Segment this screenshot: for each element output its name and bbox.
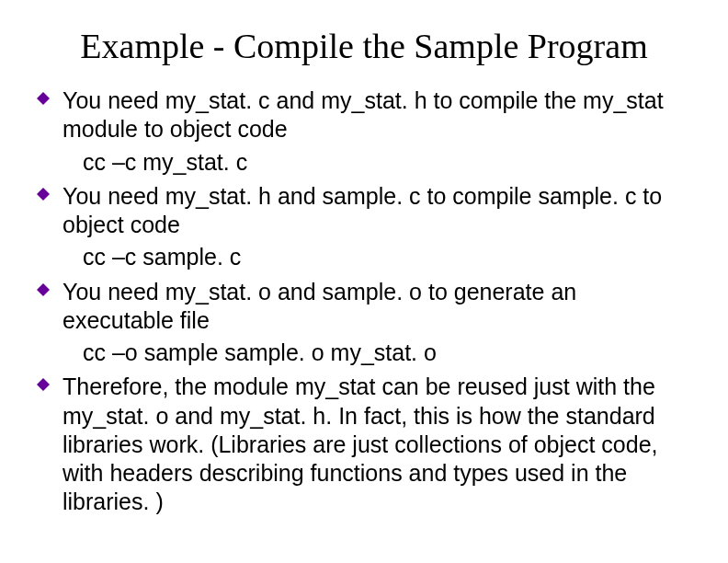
item-text: Therefore, the module my_stat can be reu… xyxy=(63,373,691,516)
svg-marker-3 xyxy=(37,378,50,391)
svg-marker-1 xyxy=(37,188,50,201)
slide: Example - Compile the Sample Program You… xyxy=(0,0,728,563)
svg-marker-2 xyxy=(37,283,50,296)
diamond-bullet-icon xyxy=(37,278,63,296)
svg-marker-0 xyxy=(37,92,50,105)
item-text: You need my_stat. c and my_stat. h to co… xyxy=(63,86,691,144)
slide-title: Example - Compile the Sample Program xyxy=(37,26,691,66)
diamond-bullet-icon xyxy=(37,86,63,105)
item-sub: cc –o sample sample. o my_stat. o xyxy=(83,339,691,367)
slide-content: You need my_stat. c and my_stat. h to co… xyxy=(37,86,691,517)
diamond-bullet-icon xyxy=(37,182,63,201)
item-sub: cc –c my_stat. c xyxy=(83,148,691,177)
list-item: You need my_stat. c and my_stat. h to co… xyxy=(37,86,691,144)
item-sub: cc –c sample. c xyxy=(83,243,691,271)
list-item: Therefore, the module my_stat can be reu… xyxy=(37,373,691,516)
list-item: You need my_stat. o and sample. o to gen… xyxy=(37,278,691,336)
list-item: You need my_stat. h and sample. c to com… xyxy=(37,182,691,240)
item-text: You need my_stat. o and sample. o to gen… xyxy=(63,278,691,336)
item-text: You need my_stat. h and sample. c to com… xyxy=(63,182,691,240)
diamond-bullet-icon xyxy=(37,373,63,391)
